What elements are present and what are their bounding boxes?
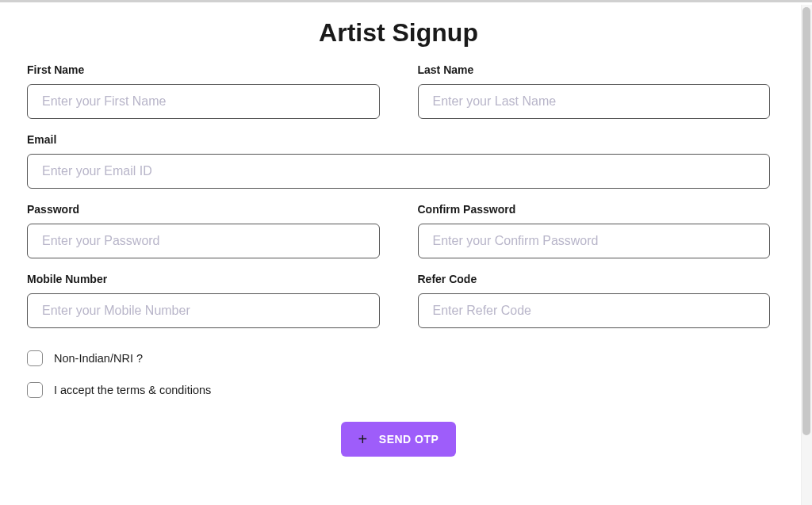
last-name-group: Last Name bbox=[418, 63, 771, 119]
send-otp-label: SEND OTP bbox=[379, 433, 439, 446]
scrollbar-track[interactable] bbox=[801, 5, 812, 505]
password-group: Password bbox=[27, 203, 380, 258]
non-indian-checkbox-row: Non-Indian/NRI ? bbox=[27, 350, 770, 366]
mobile-number-label: Mobile Number bbox=[27, 273, 380, 285]
email-group: Email bbox=[27, 133, 770, 189]
confirm-password-group: Confirm Password bbox=[418, 203, 771, 258]
terms-checkbox[interactable] bbox=[27, 382, 43, 398]
terms-checkbox-label: I accept the terms & conditions bbox=[54, 384, 211, 396]
plus-icon: + bbox=[358, 431, 368, 447]
scrollbar-thumb[interactable] bbox=[802, 7, 810, 435]
first-name-group: First Name bbox=[27, 63, 380, 119]
confirm-password-input[interactable] bbox=[418, 224, 771, 258]
non-indian-checkbox[interactable] bbox=[27, 350, 43, 366]
email-input[interactable] bbox=[27, 154, 770, 189]
refer-code-input[interactable] bbox=[418, 293, 771, 328]
last-name-input[interactable] bbox=[418, 84, 771, 119]
refer-code-group: Refer Code bbox=[418, 273, 771, 328]
non-indian-checkbox-label: Non-Indian/NRI ? bbox=[54, 352, 143, 365]
last-name-label: Last Name bbox=[418, 63, 771, 76]
password-input[interactable] bbox=[27, 224, 380, 258]
page-title: Artist Signup bbox=[27, 18, 770, 48]
first-name-input[interactable] bbox=[27, 84, 380, 119]
first-name-label: First Name bbox=[27, 63, 380, 76]
password-label: Password bbox=[27, 203, 380, 216]
send-otp-button[interactable]: + SEND OTP bbox=[341, 422, 457, 457]
terms-checkbox-row: I accept the terms & conditions bbox=[27, 382, 770, 398]
confirm-password-label: Confirm Password bbox=[418, 203, 771, 216]
refer-code-label: Refer Code bbox=[418, 273, 771, 285]
mobile-number-input[interactable] bbox=[27, 293, 380, 328]
email-label: Email bbox=[27, 133, 770, 146]
mobile-number-group: Mobile Number bbox=[27, 273, 380, 328]
